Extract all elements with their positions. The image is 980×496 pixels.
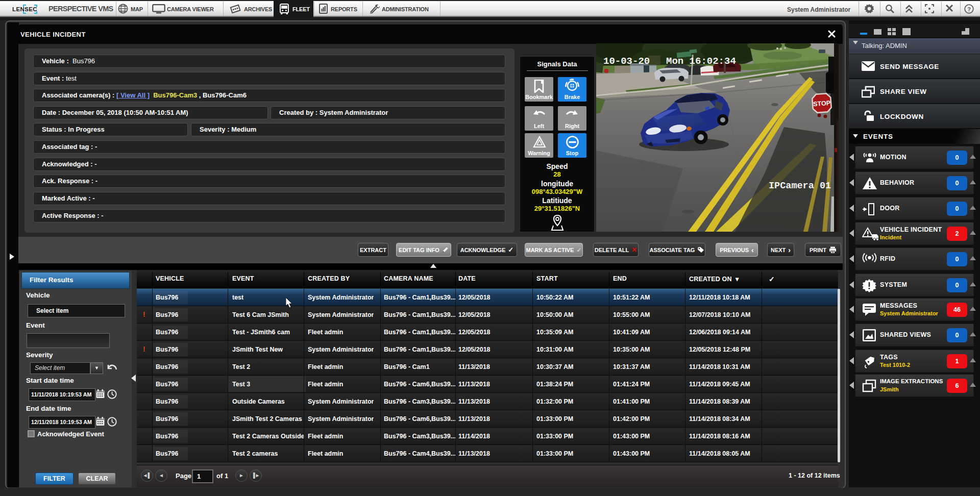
- svg-text:Mon 16:02:34: Mon 16:02:34: [666, 56, 736, 67]
- svg-text:STOP: STOP: [813, 100, 831, 108]
- svg-text:IPCamera 01: IPCamera 01: [769, 181, 831, 191]
- svg-text:10-03-20: 10-03-20: [603, 56, 650, 67]
- svg-text:?: ?: [967, 6, 971, 12]
